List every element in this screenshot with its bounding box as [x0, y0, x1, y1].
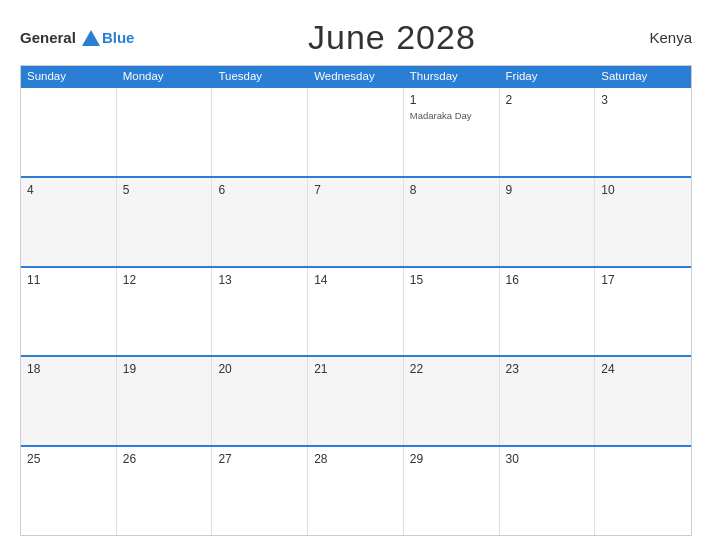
day-cell-jun18: 18 — [21, 357, 117, 445]
day-event-madaraka: Madaraka Day — [410, 110, 493, 122]
day-cell-jun16: 16 — [500, 268, 596, 356]
page: General Blue June 2028 Kenya Sunday Mond… — [0, 0, 712, 550]
day-cell-jun20: 20 — [212, 357, 308, 445]
day-number: 18 — [27, 361, 110, 378]
day-header-tuesday: Tuesday — [212, 66, 308, 86]
day-cell-jun21: 21 — [308, 357, 404, 445]
day-cell — [117, 88, 213, 176]
day-number: 21 — [314, 361, 397, 378]
day-cell-jun17: 17 — [595, 268, 691, 356]
day-header-wednesday: Wednesday — [308, 66, 404, 86]
week-row-1: 1 Madaraka Day 2 3 — [21, 86, 691, 176]
day-cell-jun6: 6 — [212, 178, 308, 266]
week-row-3: 11 12 13 14 15 16 17 — [21, 266, 691, 356]
day-cell-empty — [595, 447, 691, 535]
day-number: 6 — [218, 182, 301, 199]
day-cell-jun27: 27 — [212, 447, 308, 535]
day-cell-jun10: 10 — [595, 178, 691, 266]
day-number: 16 — [506, 272, 589, 289]
logo-general: General — [20, 29, 76, 46]
day-cell-jun29: 29 — [404, 447, 500, 535]
month-title: June 2028 — [308, 18, 476, 57]
day-number: 5 — [123, 182, 206, 199]
day-cell-jun26: 26 — [117, 447, 213, 535]
day-cell-jun3: 3 — [595, 88, 691, 176]
day-number: 7 — [314, 182, 397, 199]
day-number: 9 — [506, 182, 589, 199]
day-cell-jun13: 13 — [212, 268, 308, 356]
week-row-4: 18 19 20 21 22 23 24 — [21, 355, 691, 445]
day-number: 2 — [506, 92, 589, 109]
calendar: Sunday Monday Tuesday Wednesday Thursday… — [20, 65, 692, 536]
week-row-2: 4 5 6 7 8 9 10 — [21, 176, 691, 266]
day-cell-jun4: 4 — [21, 178, 117, 266]
day-header-monday: Monday — [117, 66, 213, 86]
logo-triangle-icon — [82, 30, 100, 46]
week-row-5: 25 26 27 28 29 30 — [21, 445, 691, 535]
day-number: 15 — [410, 272, 493, 289]
day-cell — [212, 88, 308, 176]
day-number: 25 — [27, 451, 110, 468]
day-cell-jun7: 7 — [308, 178, 404, 266]
day-number: 23 — [506, 361, 589, 378]
day-cell-jun2: 2 — [500, 88, 596, 176]
day-number: 13 — [218, 272, 301, 289]
day-number: 4 — [27, 182, 110, 199]
day-cell-jun1: 1 Madaraka Day — [404, 88, 500, 176]
day-cell-jun12: 12 — [117, 268, 213, 356]
day-cell-jun15: 15 — [404, 268, 500, 356]
day-number: 29 — [410, 451, 493, 468]
day-cell-jun28: 28 — [308, 447, 404, 535]
day-cell — [308, 88, 404, 176]
day-number: 17 — [601, 272, 685, 289]
day-cell-jun9: 9 — [500, 178, 596, 266]
country-label: Kenya — [649, 29, 692, 46]
day-header-saturday: Saturday — [595, 66, 691, 86]
day-cell-jun25: 25 — [21, 447, 117, 535]
weeks: 1 Madaraka Day 2 3 4 5 6 — [21, 86, 691, 535]
logo-blue: Blue — [102, 29, 135, 46]
day-number: 24 — [601, 361, 685, 378]
day-cell-jun8: 8 — [404, 178, 500, 266]
day-number: 27 — [218, 451, 301, 468]
day-number: 26 — [123, 451, 206, 468]
day-number: 11 — [27, 272, 110, 289]
day-header-friday: Friday — [500, 66, 596, 86]
day-header-thursday: Thursday — [404, 66, 500, 86]
day-number: 19 — [123, 361, 206, 378]
day-number: 30 — [506, 451, 589, 468]
day-number: 8 — [410, 182, 493, 199]
header: General Blue June 2028 Kenya — [20, 18, 692, 57]
day-header-sunday: Sunday — [21, 66, 117, 86]
day-cell-jun30: 30 — [500, 447, 596, 535]
day-cell-jun19: 19 — [117, 357, 213, 445]
day-number: 12 — [123, 272, 206, 289]
day-number: 28 — [314, 451, 397, 468]
day-cell-jun14: 14 — [308, 268, 404, 356]
day-cell-jun23: 23 — [500, 357, 596, 445]
day-cell-jun22: 22 — [404, 357, 500, 445]
day-number: 22 — [410, 361, 493, 378]
day-cell-jun11: 11 — [21, 268, 117, 356]
day-number: 3 — [601, 92, 685, 109]
logo: General Blue — [20, 29, 134, 46]
day-headers: Sunday Monday Tuesday Wednesday Thursday… — [21, 66, 691, 86]
day-cell-jun5: 5 — [117, 178, 213, 266]
day-number: 10 — [601, 182, 685, 199]
day-cell — [21, 88, 117, 176]
day-number: 1 — [410, 92, 493, 109]
day-number: 14 — [314, 272, 397, 289]
day-cell-jun24: 24 — [595, 357, 691, 445]
day-number: 20 — [218, 361, 301, 378]
